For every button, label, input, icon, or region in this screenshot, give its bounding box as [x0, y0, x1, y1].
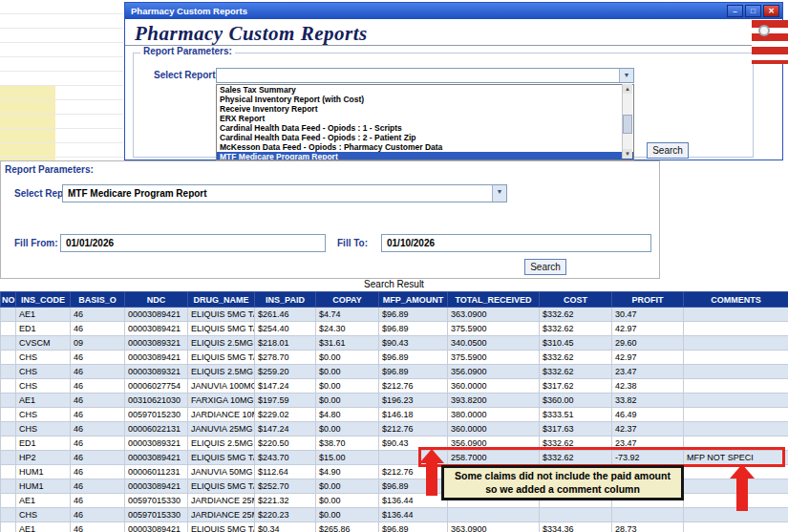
- table-cell: 42.97: [612, 351, 684, 365]
- column-header[interactable]: MFP_AMOUNT: [379, 292, 448, 308]
- table-row[interactable]: CHS4600597015330JARDIANCE 25M$220.23$0.0…: [1, 508, 788, 522]
- selected-report-combobox[interactable]: MTF Medicare Program Report ▼: [62, 184, 507, 202]
- dropdown-item[interactable]: MTF Medicare Program Report: [217, 152, 633, 160]
- maximize-button[interactable]: □: [745, 5, 761, 17]
- dropdown-item[interactable]: Sales Tax Summary: [217, 85, 633, 95]
- table-cell: $252.70: [255, 479, 316, 494]
- table-cell: [1, 494, 16, 508]
- fill-from-input[interactable]: 01/01/2026: [60, 234, 326, 252]
- table-cell: $212.76: [379, 422, 448, 436]
- window-titlebar[interactable]: Pharmacy Custom Reports – □ ✕: [125, 3, 782, 19]
- table-row[interactable]: CVSCM0900003089321ELIQUIS 2.5MG T$218.01…: [1, 336, 788, 351]
- dropdown-scrollbar[interactable]: ▲ ▼: [622, 84, 632, 159]
- table-cell: [1, 308, 16, 322]
- fill-from-label: Fill From:: [14, 238, 58, 248]
- table-cell: $0.00: [316, 508, 379, 522]
- chevron-down-icon[interactable]: ▼: [492, 185, 506, 202]
- table-row[interactable]: AE14600003089421ELIQUIS 5MG TA$261.46$4.…: [1, 308, 788, 322]
- table-cell: 46: [71, 436, 125, 451]
- arrow-head: [730, 464, 755, 479]
- table-cell: ELIQUIS 5MG TA: [188, 479, 255, 494]
- table-cell: AE1: [16, 394, 71, 408]
- column-header[interactable]: BASIS_O: [71, 292, 125, 308]
- background-red-stripes: [752, 20, 788, 64]
- table-cell: 363.0900: [448, 308, 540, 322]
- table-cell: $146.18: [379, 408, 448, 422]
- table-cell: $147.24: [255, 379, 316, 394]
- table-row[interactable]: CHS4600003089321ELIQUIS 2.5MG T$259.20$0…: [1, 365, 788, 379]
- close-button[interactable]: ✕: [763, 5, 779, 17]
- column-header[interactable]: COST: [540, 292, 612, 308]
- table-cell: $259.20: [255, 365, 316, 379]
- table-cell: 00006027754: [125, 379, 188, 394]
- dropdown-item[interactable]: Cardinal Health Data Feed - Opiods : 2 -…: [217, 133, 633, 142]
- search-button[interactable]: Search: [647, 142, 689, 159]
- table-row[interactable]: AE14600003089421ELIQUIS 5MG TA$0.34$265.…: [1, 522, 788, 532]
- table-cell: 46: [71, 365, 125, 379]
- table-cell: $0.00: [316, 365, 379, 379]
- column-header[interactable]: DRUG_NAME: [188, 292, 255, 308]
- dropdown-item[interactable]: ERX Report: [217, 114, 633, 123]
- callout-line2: so we added a comment column: [444, 483, 681, 497]
- column-header[interactable]: INS_CODE: [16, 292, 71, 308]
- column-header[interactable]: COPAY: [316, 292, 379, 308]
- table-cell: 42.97: [612, 322, 684, 336]
- dropdown-item[interactable]: Cardinal Health Data Feed - Opiods : 1 -…: [217, 123, 633, 133]
- search-button[interactable]: Search: [524, 259, 566, 275]
- table-cell: JANUVIA 50MG T: [188, 465, 255, 479]
- dropdown-item[interactable]: Receive Inventory Report: [217, 104, 633, 114]
- fill-to-input[interactable]: 01/10/2026: [381, 234, 651, 252]
- table-cell: 46: [71, 308, 125, 322]
- scroll-up-icon[interactable]: ▲: [623, 84, 632, 94]
- report-select-combobox[interactable]: ▼: [216, 68, 634, 83]
- column-header[interactable]: NDC: [125, 292, 188, 308]
- table-cell: 30.47: [612, 308, 684, 322]
- table-cell: [684, 336, 788, 351]
- report-settings-icon[interactable]: [758, 25, 770, 36]
- column-header[interactable]: PROFIT: [612, 292, 684, 308]
- table-cell: 340.0500: [448, 336, 540, 351]
- scroll-thumb[interactable]: [623, 115, 632, 134]
- arrow-shaft: [426, 463, 437, 496]
- table-cell: $196.23: [379, 394, 448, 408]
- chevron-down-icon[interactable]: ▼: [619, 69, 633, 82]
- column-header[interactable]: TOTAL_RECEIVED: [448, 292, 540, 308]
- table-cell: $112.64: [255, 465, 316, 479]
- table-cell: [1, 522, 16, 532]
- table-cell: [1, 479, 16, 494]
- arrow-head: [419, 449, 444, 463]
- table-cell: [1, 365, 16, 379]
- table-cell: CHS: [16, 351, 71, 365]
- table-cell: $38.70: [316, 436, 379, 451]
- table-row[interactable]: ED14600003089421ELIQUIS 5MG TA$254.40$24…: [1, 322, 788, 336]
- table-cell: ELIQUIS 2.5MG T: [188, 436, 255, 451]
- column-header[interactable]: NO: [1, 292, 16, 308]
- table-row[interactable]: CHS4600006027754JANUVIA 100MG$147.24$0.0…: [1, 379, 788, 394]
- table-cell: $261.46: [255, 308, 316, 322]
- table-row[interactable]: CHS4600003089421ELIQUIS 5MG TA$278.70$0.…: [1, 351, 788, 365]
- column-header[interactable]: COMMENTS: [684, 292, 788, 308]
- dropdown-item[interactable]: McKesson Data Feed - Opiods : Pharmacy C…: [217, 142, 633, 152]
- table-cell: 46: [71, 394, 125, 408]
- column-header[interactable]: INS_PAID: [255, 292, 316, 308]
- table-cell: [1, 436, 16, 451]
- table-cell: 360.0000: [448, 379, 540, 394]
- table-row[interactable]: CHS4600597015230JARDIANCE 10M$229.02$4.8…: [1, 408, 788, 422]
- scroll-down-icon[interactable]: ▼: [623, 149, 632, 159]
- search-result-title: Search Result: [0, 279, 788, 289]
- table-cell: $243.70: [255, 451, 316, 465]
- table-cell: 23.47: [612, 365, 684, 379]
- window-title: Pharmacy Custom Reports: [131, 6, 247, 16]
- table-cell: JANUVIA 100MG: [188, 379, 255, 394]
- table-cell: [684, 308, 788, 322]
- dropdown-item[interactable]: Physical Inventory Report (with Cost): [217, 95, 633, 104]
- table-cell: [1, 351, 16, 365]
- minimize-button[interactable]: –: [727, 5, 743, 17]
- table-cell: $218.01: [255, 336, 316, 351]
- table-cell: HUM1: [16, 479, 71, 494]
- table-row[interactable]: AE14600310621030FARXIGA 10MG T$197.59$0.…: [1, 394, 788, 408]
- table-cell: ELIQUIS 5MG TA: [188, 308, 255, 322]
- table-row[interactable]: CHS4600006022131JANUVIA 25MG T$147.24$0.…: [1, 422, 788, 436]
- table-cell: $4.80: [316, 408, 379, 422]
- table-cell: ED1: [16, 436, 71, 451]
